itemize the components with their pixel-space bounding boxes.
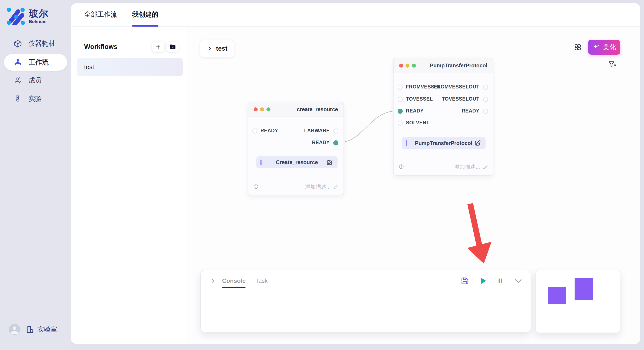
dot-red-icon	[399, 64, 403, 68]
port-row: READY LABWARE	[248, 127, 344, 135]
port-label: SOLVENT	[406, 120, 429, 126]
pill-label: PumpTransferProtocol	[415, 140, 472, 146]
port-label: LABWARE	[304, 128, 330, 134]
run-button[interactable]	[479, 277, 487, 285]
node-header: create_resource	[248, 102, 344, 117]
user-avatar[interactable]	[9, 324, 20, 335]
command-icon	[573, 42, 582, 52]
port-row: READY READY	[394, 107, 493, 116]
add-workflow-button[interactable]	[152, 42, 164, 52]
workflow-tabbar: 全部工作流 我创建的	[71, 3, 640, 26]
workflow-item-label: test	[84, 64, 94, 71]
sidebar-footer: 实验室	[9, 324, 57, 335]
console-panel: Console Task	[200, 270, 531, 332]
input-port-tovessel[interactable]	[398, 97, 403, 102]
node-header: PumpTransferProtocol	[394, 58, 493, 73]
node-pill-pump-transfer[interactable]: PumpTransferProtocol	[402, 137, 486, 149]
lab-label: 实验室	[38, 325, 57, 334]
port-label: TOVESSEL	[406, 96, 433, 102]
brand-name-en: Bohrium	[29, 19, 48, 24]
breadcrumb-label: test	[216, 45, 227, 52]
port-row: TOVESSEL TOVESSELOUT	[394, 95, 493, 104]
sidebar-item-label: 成员	[28, 76, 42, 85]
info-icon[interactable]	[399, 164, 404, 169]
input-port-ready[interactable]	[252, 128, 257, 134]
port-row: SOLVENT	[394, 119, 493, 127]
output-port-ready[interactable]	[333, 140, 338, 146]
edit-icon[interactable]	[326, 159, 333, 166]
sidebar-item-experiments[interactable]: 实验	[4, 93, 67, 105]
pill-label: Create_resource	[276, 159, 318, 166]
dot-red-icon	[254, 107, 258, 111]
description-placeholder[interactable]: 添加描述...	[454, 163, 480, 170]
collapse-chevron-icon[interactable]	[514, 276, 523, 286]
workflow-canvas[interactable]: test 美化	[188, 26, 640, 344]
tab-my-created[interactable]: 我创建的	[132, 3, 158, 26]
lab-switcher[interactable]: 实验室	[26, 325, 57, 334]
output-port-ready[interactable]	[483, 109, 488, 114]
node-footer: 添加描述...	[248, 182, 344, 191]
port-label: READY	[312, 140, 330, 146]
node-pump-transfer-protocol[interactable]: PumpTransferProtocol FROMVESSEL FROMVESS…	[393, 58, 493, 176]
sidebar-item-consumables[interactable]: 仪器耗材	[4, 37, 67, 50]
dot-yellow-icon	[406, 64, 410, 68]
console-tab[interactable]: Console	[222, 278, 246, 284]
pause-button[interactable]	[497, 277, 504, 285]
filter-funnel-icon	[608, 60, 617, 69]
output-port-tovesselout[interactable]	[483, 97, 488, 102]
tab-all-workflows[interactable]: 全部工作流	[84, 3, 117, 26]
beautify-label: 美化	[603, 43, 616, 52]
port-label: TOVESSELOUT	[442, 96, 480, 102]
package-icon	[14, 39, 22, 48]
dot-green-icon	[412, 64, 416, 68]
node-footer: 添加描述...	[394, 162, 493, 171]
port-label: READY	[462, 108, 480, 114]
input-port-ready[interactable]	[398, 109, 403, 114]
folder-download-icon	[169, 43, 176, 50]
canvas-breadcrumb[interactable]: test	[200, 40, 234, 57]
info-icon[interactable]	[253, 184, 258, 189]
beautify-button[interactable]: 美化	[588, 40, 620, 55]
output-port-labware[interactable]	[333, 128, 338, 134]
chevron-right-icon	[206, 45, 212, 51]
filter-button[interactable]	[607, 60, 617, 70]
pencil-icon[interactable]	[482, 164, 488, 170]
brand-name-zh: 玻尔	[29, 8, 48, 18]
minimap-node-create-resource	[548, 287, 566, 304]
node-title: create_resource	[297, 106, 338, 113]
port-row: FROMVESSEL FROMVESSELOUT	[394, 83, 493, 91]
members-icon	[14, 76, 22, 85]
sparkles-icon	[593, 43, 600, 51]
description-placeholder[interactable]: 添加描述...	[305, 183, 331, 190]
node-create-resource[interactable]: create_resource READY LABWARE READY Crea…	[248, 102, 344, 195]
workflow-icon	[14, 58, 22, 67]
pill-accent-bar	[406, 140, 407, 146]
output-port-fromvesselout[interactable]	[483, 85, 488, 90]
console-expand-icon[interactable]	[209, 278, 216, 284]
node-pill-create-resource[interactable]: Create_resource	[256, 156, 338, 169]
minimap-node-pump-transfer	[574, 278, 593, 300]
edit-icon[interactable]	[474, 140, 481, 147]
workflows-panel-title: Workflows	[84, 43, 117, 51]
main-content: 全部工作流 我创建的 Workflows	[71, 3, 640, 344]
bohrium-logo-icon	[6, 7, 25, 25]
task-tab[interactable]: Task	[255, 278, 268, 284]
experiment-icon	[14, 95, 22, 103]
sidebar-item-label: 工作流	[29, 58, 48, 67]
input-port-solvent[interactable]	[398, 121, 403, 126]
import-workflow-button[interactable]	[166, 42, 179, 52]
port-label: READY	[260, 128, 278, 134]
save-button[interactable]	[460, 276, 469, 285]
workflow-list-item[interactable]: test	[77, 58, 183, 76]
input-port-fromvessel[interactable]	[398, 85, 403, 90]
port-label: FROMVESSELOUT	[434, 84, 480, 90]
pencil-icon[interactable]	[333, 184, 339, 190]
sidebar-item-members[interactable]: 成员	[4, 74, 67, 87]
brand-logo: 玻尔 Bohrium	[6, 7, 48, 25]
minimap[interactable]	[536, 270, 620, 333]
layout-command-button[interactable]	[573, 42, 583, 52]
sidebar-item-workflows[interactable]: 工作流	[4, 54, 67, 71]
sidebar-item-label: 实验	[28, 94, 42, 103]
app-root: 玻尔 Bohrium 仪器耗材 工作流	[0, 0, 644, 350]
sidebar-item-label: 仪器耗材	[28, 39, 55, 48]
